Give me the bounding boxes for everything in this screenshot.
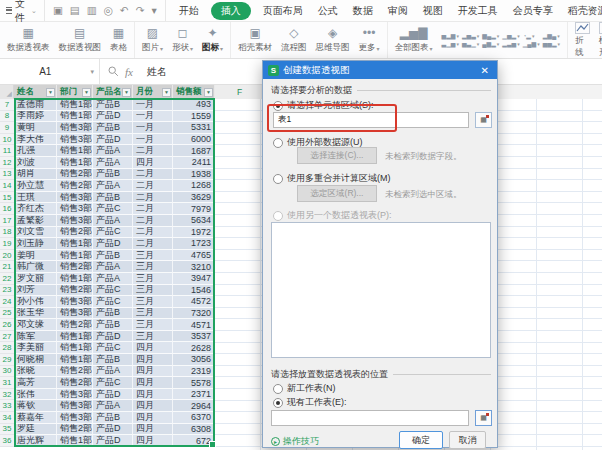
filter-dropdown-icon[interactable]: ▼ xyxy=(46,88,55,97)
row-number[interactable]: 26 xyxy=(0,319,14,331)
table-cell[interactable]: 四月 xyxy=(133,389,173,401)
search-icon[interactable] xyxy=(108,66,119,77)
row-number[interactable]: 35 xyxy=(0,424,14,436)
table-cell[interactable]: 张伟 xyxy=(14,389,57,401)
table-cell[interactable]: 三月 xyxy=(133,319,173,331)
table-cell[interactable]: 1723 xyxy=(173,238,215,250)
table-cell[interactable]: 1546 xyxy=(173,285,215,297)
table-cell[interactable]: 6370 xyxy=(173,412,215,424)
row-number[interactable]: 28 xyxy=(0,342,14,354)
table-cell[interactable]: 孔强 xyxy=(14,145,57,157)
table-cell[interactable]: 产品C xyxy=(93,342,133,354)
tab-稻壳资源[interactable]: 稻壳资源 xyxy=(565,3,602,19)
table-cell[interactable]: 672 xyxy=(173,435,215,447)
redo-icon[interactable]: ↷ xyxy=(136,5,145,16)
column-header-销售额[interactable]: 销售额▼ xyxy=(173,85,215,99)
table-cell[interactable]: 3537 xyxy=(173,331,215,343)
column-header-部门[interactable]: 部门▼ xyxy=(57,85,93,99)
ribbon-item-图标[interactable]: ✦图标▾ xyxy=(202,26,223,54)
table-cell[interactable]: 产品D xyxy=(93,424,133,436)
chart-type-icon[interactable]: ◔▂▾ xyxy=(523,33,540,39)
table-cell[interactable]: 一月 xyxy=(133,111,173,123)
ribbon-item-形状[interactable]: ◻形状▾ xyxy=(172,26,193,54)
table-cell[interactable]: 一月 xyxy=(133,134,173,146)
existing-location-input[interactable] xyxy=(271,410,469,426)
row-number[interactable]: 33 xyxy=(0,400,14,412)
chart-type-icon[interactable]: ▆▄▂▾ xyxy=(482,33,499,39)
row-number[interactable]: 9 xyxy=(0,122,14,134)
table-cell[interactable]: 姜明 xyxy=(14,250,57,262)
column-header-产品名[interactable]: 产品名▼ xyxy=(93,85,133,99)
table-cell[interactable]: 产品C xyxy=(93,203,133,215)
table-cell[interactable]: 销售3部 xyxy=(57,122,93,134)
table-cell[interactable]: 四月 xyxy=(133,342,173,354)
ribbon-item-数据透视表[interactable]: ▦数据透视表 xyxy=(7,26,50,54)
table-cell[interactable]: 产品A xyxy=(93,180,133,192)
table-cell[interactable]: 销售1部 xyxy=(57,145,93,157)
table-cell[interactable]: 二月 xyxy=(133,180,173,192)
table-cell[interactable]: 孙立慧 xyxy=(14,180,57,192)
tab-视图[interactable]: 视图 xyxy=(420,3,446,19)
table-cell[interactable]: 7979 xyxy=(173,203,215,215)
table-cell[interactable]: 二月 xyxy=(133,192,173,204)
table-cell[interactable]: 1559 xyxy=(173,111,215,123)
table-cell[interactable]: 产品A xyxy=(93,400,133,412)
print-preview-icon[interactable]: ◎ xyxy=(104,5,113,16)
table-cell[interactable]: 二月 xyxy=(133,227,173,239)
table-cell[interactable]: 三月 xyxy=(133,273,173,285)
table-cell[interactable]: 李大伟 xyxy=(14,134,57,146)
chart-type-icon[interactable]: ▃▁▅▾ xyxy=(442,41,459,47)
table-cell[interactable]: 产品A xyxy=(93,366,133,378)
table-cell[interactable]: 4572 xyxy=(173,296,215,308)
table-cell[interactable]: 销售3部 xyxy=(57,203,93,215)
table-cell[interactable]: 产品B xyxy=(93,354,133,366)
table-cell[interactable]: 销售1部 xyxy=(57,342,93,354)
table-cell[interactable]: 产品A xyxy=(93,273,133,285)
chart-type-icon[interactable]: ▅▃▁▾ xyxy=(462,41,479,47)
row-number[interactable]: 8 xyxy=(0,111,14,123)
table-cell[interactable]: 三月 xyxy=(133,261,173,273)
table-cell[interactable]: 2319 xyxy=(173,366,215,378)
select-all-corner[interactable]: ◢ xyxy=(0,85,14,99)
table-cell[interactable]: 产品C xyxy=(93,296,133,308)
table-cell[interactable]: 6000 xyxy=(173,134,215,146)
table-cell[interactable]: 产品A xyxy=(93,215,133,227)
table-cell[interactable]: 三月 xyxy=(133,250,173,262)
more-commands-icon[interactable]: ▾ xyxy=(151,5,156,16)
row-number[interactable]: 22 xyxy=(0,273,14,285)
save-icon[interactable]: ▣ xyxy=(53,5,63,16)
row-number[interactable]: 19 xyxy=(0,238,14,250)
table-cell[interactable]: 销售1部 xyxy=(57,331,93,343)
table-cell[interactable]: 三月 xyxy=(133,296,173,308)
table-cell[interactable]: 销售2部 xyxy=(57,180,93,192)
table-cell[interactable]: 何晓桐 xyxy=(14,354,57,366)
radio-cell-range[interactable]: 请选择单元格区域(S): xyxy=(273,99,374,112)
tab-数据[interactable]: 数据 xyxy=(350,3,376,19)
table-cell[interactable]: 二月 xyxy=(133,238,173,250)
table-cell[interactable]: 二月 xyxy=(133,215,173,227)
tab-公式[interactable]: 公式 xyxy=(315,3,341,19)
cancel-button[interactable]: 取消 xyxy=(449,431,486,449)
radio-new-worksheet[interactable]: 新工作表(N) xyxy=(273,382,336,395)
table-cell[interactable]: 产品D xyxy=(93,331,133,343)
row-number[interactable]: 20 xyxy=(0,250,14,262)
column-header-月份[interactable]: 月份▼ xyxy=(133,85,173,99)
table-cell[interactable]: 刘波 xyxy=(14,157,57,169)
row-number[interactable]: 21 xyxy=(0,261,14,273)
table-cell[interactable]: 3629 xyxy=(173,192,215,204)
export-icon[interactable]: ▤ xyxy=(70,5,80,16)
table-cell[interactable]: 蔡嘉年 xyxy=(14,412,57,424)
file-menu-button[interactable]: 文件 ⌄ xyxy=(0,0,45,21)
table-cell[interactable]: 产品B xyxy=(93,250,133,262)
table-cell[interactable]: 一月 xyxy=(133,99,173,111)
table-cell[interactable]: 刘玉静 xyxy=(14,238,57,250)
table-cell[interactable]: 2411 xyxy=(173,157,215,169)
table-cell[interactable]: 销售1部 xyxy=(57,157,93,169)
table-cell[interactable]: 产品C xyxy=(93,227,133,239)
table-cell[interactable]: 1268 xyxy=(173,180,215,192)
range-picker-button[interactable]: ▦ xyxy=(475,410,492,426)
table-cell[interactable]: 孟繁影 xyxy=(14,215,57,227)
table-cell[interactable]: 张玉华 xyxy=(14,308,57,320)
row-number[interactable]: 29 xyxy=(0,354,14,366)
table-cell[interactable]: 四月 xyxy=(133,412,173,424)
